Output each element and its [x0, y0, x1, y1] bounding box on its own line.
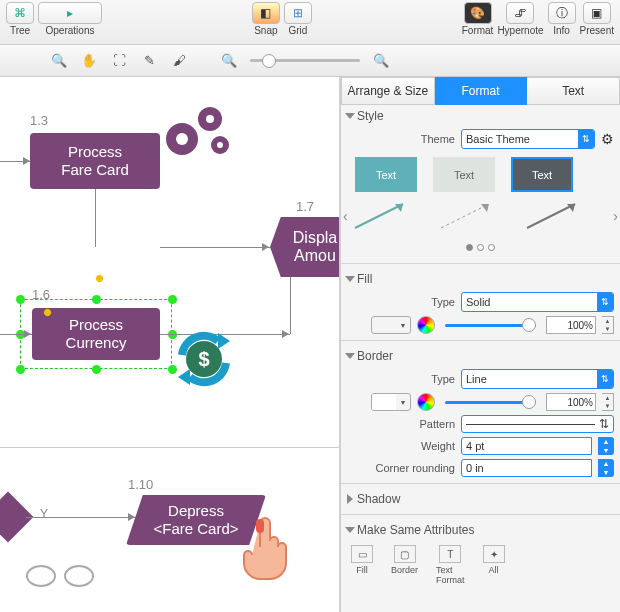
- node-display-amount[interactable]: Displa Amou: [270, 217, 340, 277]
- svg-rect-10: [256, 519, 264, 533]
- zoom-in-icon[interactable]: 🔍: [369, 51, 393, 71]
- weight-field[interactable]: 4 pt: [461, 437, 592, 455]
- svg-marker-14: [481, 204, 489, 212]
- pattern-dropdown[interactable]: ⇅: [461, 415, 614, 433]
- tree-button[interactable]: ⌘ Tree: [6, 2, 34, 36]
- section-style[interactable]: Style: [341, 105, 620, 127]
- fill-color-well[interactable]: ▾: [371, 316, 411, 334]
- chevron-down-icon: [345, 353, 355, 359]
- chevron-down-icon: ▾: [396, 321, 410, 330]
- format-label: Format: [462, 25, 494, 36]
- style-preset-3[interactable]: Text: [511, 157, 573, 192]
- color-picker-icon[interactable]: [417, 316, 435, 334]
- prev-page-icon[interactable]: ‹: [343, 208, 348, 224]
- theme-dropdown[interactable]: Basic Theme ⇅: [461, 129, 595, 149]
- svg-point-1: [176, 133, 188, 145]
- tree-label: Tree: [10, 25, 30, 36]
- info-label: Info: [553, 25, 570, 36]
- hypernote-label: Hypernote: [497, 25, 543, 36]
- hypernote-button[interactable]: 🖇 Hypernote: [497, 2, 543, 36]
- editing-toolbar: 🔍 ✋ ⛶ ✎ 🖌 🔍 🔍: [0, 45, 620, 77]
- border-opacity-value[interactable]: 100%: [546, 393, 596, 411]
- weight-stepper[interactable]: ▲▼: [598, 437, 614, 455]
- hand-icon[interactable]: ✋: [77, 51, 101, 71]
- operations-button[interactable]: ▸ Operations: [38, 2, 102, 36]
- corner-label: Corner rounding: [347, 462, 455, 474]
- node-process-fare-card[interactable]: Process Fare Card: [30, 133, 160, 189]
- border-type-label: Type: [347, 373, 455, 385]
- border-color-well[interactable]: ▾: [371, 393, 411, 411]
- chevron-updown-icon: ⇅: [597, 293, 613, 311]
- section-shadow[interactable]: Shadow: [341, 488, 620, 510]
- svg-line-11: [355, 204, 403, 228]
- border-opacity-slider[interactable]: [445, 401, 536, 404]
- snap-button[interactable]: ◧ Snap: [252, 2, 280, 36]
- section-fill[interactable]: Fill: [341, 268, 620, 290]
- tab-text[interactable]: Text: [527, 77, 620, 105]
- tab-arrange-size[interactable]: Arrange & Size: [341, 77, 435, 105]
- make-same-border[interactable]: ▢Border: [391, 545, 418, 585]
- format-button[interactable]: 🎨 Format: [462, 2, 494, 36]
- operations-label: Operations: [46, 25, 95, 36]
- svg-point-5: [217, 142, 223, 148]
- style-pager: [341, 240, 620, 259]
- section-border[interactable]: Border: [341, 345, 620, 367]
- zoom-out-icon[interactable]: 🔍: [217, 51, 241, 71]
- pager-dot[interactable]: [477, 244, 484, 251]
- info-button[interactable]: ⓘ Info: [548, 2, 576, 36]
- border-opacity-stepper[interactable]: ▲▼: [602, 393, 614, 411]
- snap-label: Snap: [254, 25, 277, 36]
- node-number-1-3: 1.3: [30, 113, 48, 128]
- chevron-right-icon: [347, 494, 353, 504]
- chevron-down-icon: [345, 527, 355, 533]
- pager-dot[interactable]: [488, 244, 495, 251]
- fill-opacity-slider[interactable]: [445, 324, 536, 327]
- inspector-panel: Arrange & Size Format Text Style Theme B…: [340, 77, 620, 612]
- color-picker-icon[interactable]: [417, 393, 435, 411]
- border-type-dropdown[interactable]: Line ⇅: [461, 369, 614, 389]
- zoom-slider[interactable]: [250, 59, 360, 62]
- style-swatches: Text Text Text: [341, 151, 620, 198]
- pager-dot[interactable]: [466, 244, 473, 251]
- gears-icon: [160, 99, 238, 169]
- fill-type-dropdown[interactable]: Solid ⇅: [461, 292, 614, 312]
- svg-text:$: $: [198, 348, 209, 370]
- arrow-style-1[interactable]: [351, 198, 411, 232]
- next-page-icon[interactable]: ›: [613, 208, 618, 224]
- svg-marker-8: [218, 333, 230, 349]
- section-make-same[interactable]: Make Same Attributes: [341, 519, 620, 541]
- make-same-text[interactable]: TText Format: [436, 545, 465, 585]
- svg-line-13: [441, 204, 489, 228]
- brush-icon[interactable]: 🖌: [167, 51, 191, 71]
- diagram-canvas[interactable]: 1.3 Process Fare Card 1.7 Displa Amou 1.…: [0, 77, 340, 612]
- eyedropper-icon[interactable]: ✎: [137, 51, 161, 71]
- stamp-icon[interactable]: ⛶: [107, 51, 131, 71]
- chevron-down-icon: ▾: [396, 398, 410, 407]
- y-label: Y: [40, 507, 48, 521]
- arrow-style-2[interactable]: [437, 198, 497, 232]
- fill-type-label: Type: [347, 296, 455, 308]
- node-process-currency[interactable]: Process Currency: [32, 308, 160, 360]
- node-number-1-10: 1.10: [128, 477, 153, 492]
- corner-field[interactable]: 0 in: [461, 459, 592, 477]
- node-number-1-7: 1.7: [296, 199, 314, 214]
- present-button[interactable]: ▣ Present: [580, 2, 614, 36]
- magnify-icon[interactable]: 🔍: [47, 51, 71, 71]
- corner-stepper[interactable]: ▲▼: [598, 459, 614, 477]
- weight-label: Weight: [347, 440, 455, 452]
- gear-icon[interactable]: ⚙: [601, 131, 614, 147]
- style-preset-2[interactable]: Text: [433, 157, 495, 192]
- tab-format[interactable]: Format: [435, 77, 528, 105]
- svg-marker-9: [178, 369, 190, 385]
- style-preset-1[interactable]: Text: [355, 157, 417, 192]
- inspector-tabs: Arrange & Size Format Text: [341, 77, 620, 105]
- make-same-all[interactable]: ✦All: [483, 545, 505, 585]
- fill-opacity-value[interactable]: 100%: [546, 316, 596, 334]
- grid-button[interactable]: ⊞ Grid: [284, 2, 312, 36]
- fill-opacity-stepper[interactable]: ▲▼: [602, 316, 614, 334]
- svg-line-15: [527, 204, 575, 228]
- grid-label: Grid: [288, 25, 307, 36]
- make-same-fill[interactable]: ▭Fill: [351, 545, 373, 585]
- chevron-down-icon: [345, 113, 355, 119]
- arrow-style-3[interactable]: [523, 198, 583, 232]
